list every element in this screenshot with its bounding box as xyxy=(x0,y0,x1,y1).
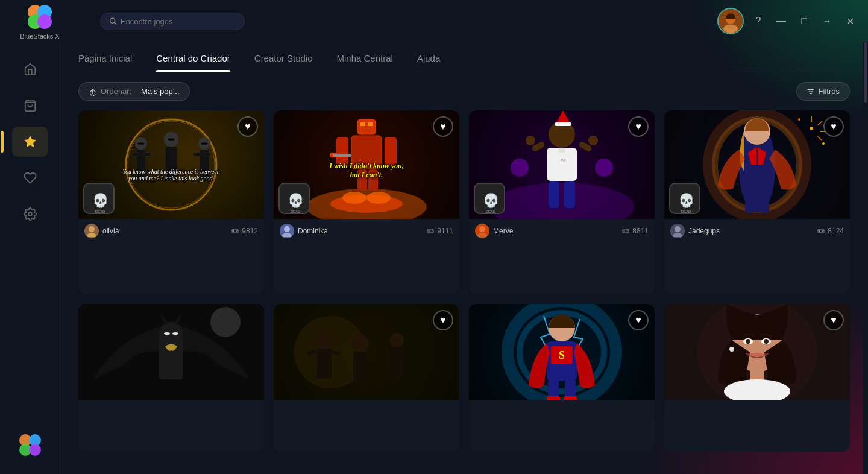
avatar-image xyxy=(719,9,743,33)
card-4-thumbnail: 💀 DEAD xyxy=(669,183,700,214)
card-4-user: Jadegups xyxy=(670,224,720,238)
card-3-plays: 8811 xyxy=(632,227,649,235)
sidebar-item-store[interactable] xyxy=(12,90,48,121)
svg-point-153 xyxy=(729,347,734,352)
favorites-icon xyxy=(24,171,37,185)
svg-text:💀: 💀 xyxy=(678,192,695,209)
help-button[interactable]: ? xyxy=(750,13,767,30)
minimize-button[interactable]: — xyxy=(773,13,790,30)
card-1-stats: 9812 xyxy=(231,227,258,235)
card-3[interactable]: All ♥ xyxy=(469,110,655,294)
nav-tabs: Página Inicial Central do Criador Creato… xyxy=(60,42,868,72)
svg-rect-33 xyxy=(137,142,145,145)
logo-area: BlueStacks X xyxy=(10,2,70,40)
bluestacks-logo-bottom xyxy=(16,431,45,460)
card-6-heart[interactable]: ♥ xyxy=(433,310,453,330)
filter-icon xyxy=(807,87,815,96)
search-input[interactable] xyxy=(121,17,236,26)
main-content: Página Inicial Central do Criador Creato… xyxy=(60,42,868,474)
tab-creator-hub[interactable]: Central do Criador xyxy=(156,53,230,72)
pinned-icon xyxy=(24,135,37,148)
card-4-heart[interactable]: ♥ xyxy=(823,116,844,137)
search-icon xyxy=(109,17,117,25)
scrollbar-track xyxy=(863,42,868,474)
sidebar-item-pinned[interactable] xyxy=(12,127,48,157)
tab-creator-studio[interactable]: Creator Studio xyxy=(254,53,313,72)
card-1-caption: You know what the difference is betweeny… xyxy=(84,168,258,182)
svg-text:DEAD: DEAD xyxy=(95,210,105,213)
svg-rect-54 xyxy=(333,154,351,157)
card-2-user: Dominika xyxy=(280,224,328,238)
svg-point-116 xyxy=(822,231,823,232)
svg-point-43 xyxy=(237,230,238,230)
card-7-heart[interactable]: ♥ xyxy=(628,310,649,330)
svg-point-92 xyxy=(627,231,627,232)
svg-rect-25 xyxy=(132,153,139,156)
svg-rect-26 xyxy=(143,153,151,156)
svg-point-96 xyxy=(810,127,813,130)
card-1-plays: 9812 xyxy=(242,227,258,235)
sidebar-item-settings[interactable] xyxy=(12,199,48,229)
controls-row: Ordenar: Mais pop... Filtros xyxy=(60,72,868,110)
svg-point-68 xyxy=(432,231,432,232)
svg-point-101 xyxy=(798,118,800,121)
card-2-thumbnail: 💀 DEAD xyxy=(278,183,310,214)
svg-line-5 xyxy=(115,22,116,24)
maximize-button[interactable]: □ xyxy=(796,13,813,30)
card-1[interactable]: You know what the difference is betweeny… xyxy=(78,110,264,294)
card-1-heart[interactable]: ♥ xyxy=(237,116,258,137)
gamepad-icon-4 xyxy=(817,227,825,235)
close-button[interactable]: ✕ xyxy=(841,13,858,30)
card-3-stats: 8811 xyxy=(622,227,649,235)
card-2-heart[interactable]: ♥ xyxy=(433,116,453,137)
card-1-user: olivia xyxy=(84,224,119,238)
svg-rect-49 xyxy=(368,122,373,126)
filter-button[interactable]: Filtros xyxy=(796,82,850,101)
sidebar-item-home[interactable] xyxy=(12,54,48,84)
sort-icon xyxy=(89,87,97,96)
svg-point-152 xyxy=(764,339,769,344)
tab-my-hub[interactable]: Minha Central xyxy=(337,53,393,72)
svg-line-100 xyxy=(817,136,822,141)
card-8[interactable]: ♥ xyxy=(664,304,850,452)
search-bar[interactable] xyxy=(100,13,245,30)
gamepad-icon-3 xyxy=(622,227,629,235)
svg-rect-133 xyxy=(276,304,457,400)
svg-point-83 xyxy=(595,159,613,177)
avatar[interactable] xyxy=(717,8,744,34)
home-icon xyxy=(24,63,37,76)
sort-button[interactable]: Ordenar: Mais pop... xyxy=(78,82,190,101)
svg-point-15 xyxy=(29,444,41,456)
svg-marker-10 xyxy=(24,136,35,147)
card-2-avatar xyxy=(280,224,294,238)
svg-text:DEAD: DEAD xyxy=(681,210,691,213)
card-2[interactable]: I wish I didn't know you,but I can't. ♥ … xyxy=(274,110,459,294)
card-4[interactable]: ♥ 💀 DEAD xyxy=(664,110,850,294)
svg-point-58 xyxy=(342,192,366,204)
card-3-heart[interactable]: ♥ xyxy=(628,116,649,137)
forward-button[interactable]: → xyxy=(819,13,835,30)
card-5[interactable] xyxy=(78,304,264,452)
active-indicator xyxy=(1,131,4,153)
svg-rect-72 xyxy=(547,148,577,181)
svg-point-112 xyxy=(675,226,681,232)
card-3-footer: Merve 8811 xyxy=(469,219,655,243)
svg-rect-32 xyxy=(203,153,210,156)
svg-point-69 xyxy=(433,230,433,230)
gamepad-icon xyxy=(231,227,239,235)
settings-icon xyxy=(24,207,37,221)
scrollbar-thumb[interactable] xyxy=(864,42,867,103)
svg-rect-34 xyxy=(168,138,175,141)
svg-rect-143 xyxy=(564,396,577,400)
card-7[interactable]: S ♥ xyxy=(469,304,655,452)
tab-home[interactable]: Página Inicial xyxy=(78,53,132,72)
sidebar-item-favorites[interactable] xyxy=(12,163,48,193)
svg-point-102 xyxy=(822,142,825,145)
card-8-heart[interactable]: ♥ xyxy=(823,310,844,330)
card-3-thumbnail: 💀 DEAD xyxy=(474,183,505,214)
card-1-thumbnail: 💀 DEAD xyxy=(83,183,115,214)
gamepad-icon-2 xyxy=(427,227,434,235)
tab-help[interactable]: Ajuda xyxy=(417,53,440,72)
card-6[interactable]: ♥ xyxy=(274,304,459,452)
bluestacks-logo xyxy=(25,2,54,31)
